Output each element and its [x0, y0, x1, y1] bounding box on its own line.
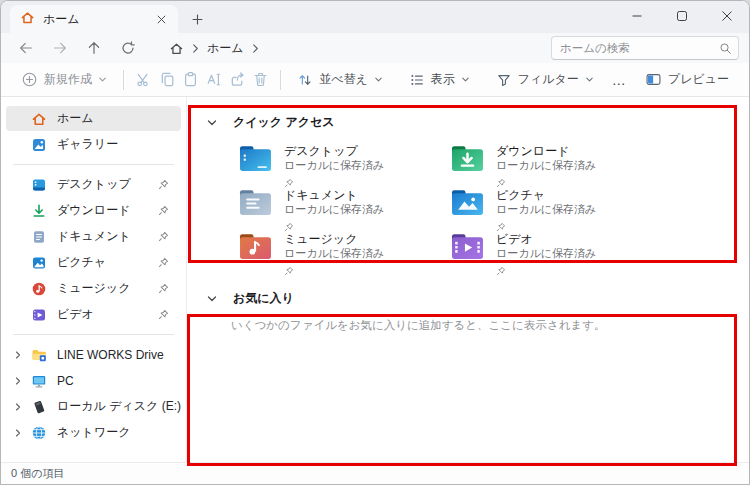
sidebar-item-label: ビデオ [57, 306, 94, 323]
folder-content-area: クイック アクセス デスクトップ ローカルに保存済み [187, 97, 749, 462]
favorites-empty-message: いくつかのファイルをお気に入りに追加すると、ここに表示されます。 [231, 318, 749, 333]
chevron-right-icon [13, 350, 23, 360]
folder-desktop-icon [239, 145, 272, 172]
sidebar-item-label: ネットワーク [57, 424, 130, 441]
item-sync-status: ローカルに保存済み [496, 159, 596, 172]
sidebar-item-label: ホーム [57, 110, 94, 127]
folder-pictures-icon [451, 189, 484, 216]
section-title: クイック アクセス [233, 114, 335, 131]
sort-icon [297, 72, 313, 88]
sidebar-item-lineworks-drive[interactable]: LINE WORKS Drive [6, 342, 181, 367]
paste-icon[interactable] [179, 66, 202, 94]
sidebar-item-label: デスクトップ [57, 176, 131, 193]
pin-icon [284, 262, 384, 280]
music-icon [31, 281, 47, 297]
back-icon[interactable] [13, 36, 39, 60]
item-sync-status: ローカルに保存済み [496, 203, 596, 216]
quick-access-item-pictures[interactable]: ピクチャ ローカルに保存済み [451, 188, 663, 224]
new-button[interactable]: 新規作成 [13, 66, 115, 94]
maximize-icon[interactable] [659, 1, 704, 31]
refresh-icon[interactable] [115, 36, 141, 60]
quick-access-header[interactable]: クイック アクセス [206, 114, 749, 131]
search-input[interactable] [560, 42, 719, 54]
sort-button[interactable]: 並べ替え [289, 66, 391, 94]
search-box[interactable] [551, 36, 739, 60]
sort-button-label: 並べ替え [319, 71, 368, 88]
tab-home[interactable]: ホーム [10, 5, 178, 33]
preview-button[interactable]: プレビュー [637, 66, 737, 94]
filter-button[interactable]: フィルター [488, 66, 602, 94]
pin-icon [158, 309, 169, 320]
view-button-label: 表示 [431, 71, 455, 88]
new-button-label: 新規作成 [44, 71, 92, 88]
toolbar-divider [123, 70, 124, 90]
document-icon [31, 229, 47, 245]
quick-access-item-documents[interactable]: ドキュメント ローカルに保存済み [239, 188, 451, 224]
chevron-right-icon [13, 376, 23, 386]
item-name: ビデオ [496, 232, 596, 246]
disk-drive-icon [31, 399, 47, 415]
delete-icon[interactable] [249, 66, 272, 94]
chevron-down-icon [98, 75, 107, 84]
download-icon [31, 203, 47, 219]
sidebar-item-pc[interactable]: PC [6, 368, 181, 393]
tab-bar: ホーム [1, 1, 749, 33]
sidebar-item-label: ピクチャ [57, 254, 106, 271]
quick-access-item-videos[interactable]: ビデオ ローカルに保存済み [451, 232, 663, 268]
pin-icon [158, 257, 169, 268]
folder-documents-icon [239, 189, 272, 216]
preview-button-label: プレビュー [668, 71, 729, 88]
more-options-button[interactable]: … [602, 72, 637, 88]
rename-icon[interactable] [202, 66, 225, 94]
sidebar-item-documents[interactable]: ドキュメント [6, 224, 181, 249]
minimize-icon[interactable] [614, 1, 659, 31]
network-icon [31, 425, 47, 441]
sidebar-item-videos[interactable]: ビデオ [6, 302, 181, 327]
favorites-header[interactable]: お気に入り [206, 290, 749, 307]
share-icon[interactable] [225, 66, 248, 94]
view-button[interactable]: 表示 [401, 66, 478, 94]
sidebar-item-music[interactable]: ミュージック [6, 276, 181, 301]
tab-label: ホーム [43, 11, 152, 28]
chevron-right-icon[interactable] [251, 43, 260, 54]
pictures-icon [31, 255, 47, 271]
folder-downloads-icon [451, 145, 484, 172]
tab-close-icon[interactable] [152, 10, 170, 28]
up-icon[interactable] [81, 36, 107, 60]
gallery-icon [31, 137, 47, 153]
quick-access-item-desktop[interactable]: デスクトップ ローカルに保存済み [239, 144, 451, 180]
item-name: ピクチャ [496, 188, 596, 202]
quick-access-item-downloads[interactable]: ダウンロード ローカルに保存済み [451, 144, 663, 180]
sidebar-item-home[interactable]: ホーム [6, 106, 181, 131]
sidebar-item-desktop[interactable]: デスクトップ [6, 172, 181, 197]
cut-icon[interactable] [132, 66, 155, 94]
sidebar-item-gallery[interactable]: ギャラリー [6, 132, 181, 157]
pin-icon [158, 231, 169, 242]
chevron-down-icon [206, 293, 218, 305]
new-tab-button[interactable] [184, 6, 210, 32]
home-icon [31, 111, 47, 127]
chevron-down-icon [585, 75, 594, 84]
quick-access-item-music[interactable]: ミュージック ローカルに保存済み [239, 232, 451, 268]
breadcrumb-home-icon[interactable] [169, 41, 184, 56]
breadcrumb-item-home[interactable]: ホーム [207, 40, 244, 57]
home-icon [20, 10, 35, 29]
search-icon [719, 42, 732, 55]
copy-icon[interactable] [155, 66, 178, 94]
item-sync-status: ローカルに保存済み [284, 203, 384, 216]
toolbar-divider [280, 70, 281, 90]
item-sync-status: ローカルに保存済み [496, 247, 596, 260]
sidebar-divider [13, 334, 174, 335]
command-toolbar: 新規作成 並べ替え 表示 [1, 63, 749, 97]
sidebar-item-label: ギャラリー [57, 136, 118, 153]
filter-icon [496, 72, 512, 88]
forward-icon[interactable] [47, 36, 73, 60]
sidebar-item-network[interactable]: ネットワーク [6, 420, 181, 445]
sidebar-item-local-disk-e[interactable]: ローカル ディスク (E:) [6, 394, 181, 419]
sidebar-item-pictures[interactable]: ピクチャ [6, 250, 181, 275]
item-sync-status: ローカルに保存済み [284, 159, 384, 172]
sidebar-item-downloads[interactable]: ダウンロード [6, 198, 181, 223]
chevron-right-icon [191, 43, 200, 54]
close-icon[interactable] [704, 1, 749, 31]
folder-music-icon [239, 233, 272, 260]
